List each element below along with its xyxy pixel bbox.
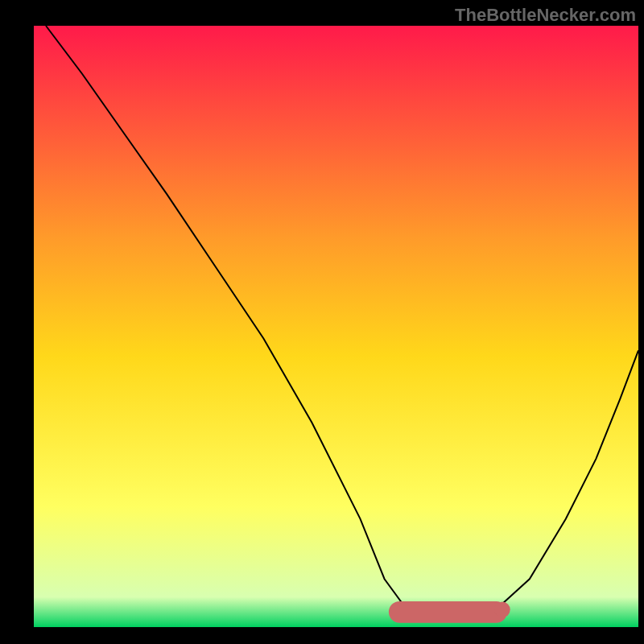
bottleneck-chart [0,0,644,644]
watermark-label: TheBottleNecker.com [455,5,636,26]
